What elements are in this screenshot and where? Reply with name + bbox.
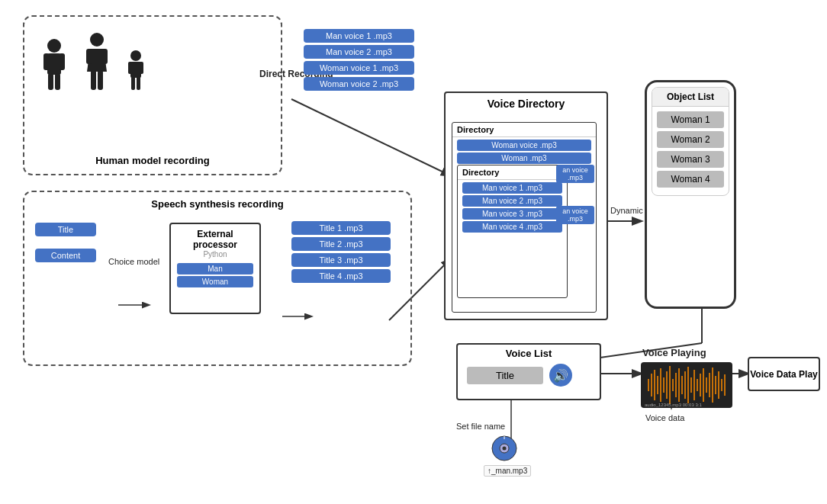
disc-icon [491,435,518,462]
svg-point-85 [503,447,507,451]
outer-directory: Directory Woman voice .mp3 Woman .mp3 Di… [452,122,597,313]
voice-data-play-box: Voice Data Play [748,357,820,391]
content-input[interactable]: Content [35,249,96,262]
recording-file-2: Man voice 2 .mp3 [304,45,414,59]
inner-dir-label: Directory [458,165,567,180]
svg-rect-15 [59,53,65,70]
outer-overlap-1: an voice .mp3 [556,165,594,183]
woman-option[interactable]: Woman [177,276,253,287]
output-file-4: Title 4 .mp3 [291,269,391,283]
human-model-label: Human model recording [24,155,281,166]
input-items: Title Content [35,223,96,265]
child-figure [125,49,146,93]
synthesis-outputs: Title 1 .mp3 Title 2 .mp3 Title 3 .mp3 T… [291,221,391,285]
outer-item-2: Woman .mp3 [457,152,591,164]
file-icon [491,435,518,465]
external-processor-box: External processor Python Man Woman [169,223,261,314]
inner-item-1: Man voice 1 .mp3 [462,182,562,194]
svg-rect-17 [55,73,60,90]
object-list-title: Object List [656,91,725,102]
object-item-4[interactable]: Woman 4 [657,171,724,188]
voice-directory-panel: Voice Directory Directory Woman voice .m… [444,91,608,320]
man-figure [40,38,69,93]
voice-directory-title: Voice Directory [446,93,607,113]
outer-overlap-items: an voice .mp3 an voice .mp3 [556,165,594,226]
processor-sublabel: Python [171,250,259,258]
voice-data-label: Voice data [645,413,684,422]
object-item-1[interactable]: Woman 1 [657,111,724,128]
file-name-label: ↑_man.mp3 [484,465,531,477]
voice-list-item[interactable]: Title [467,367,543,384]
svg-rect-29 [137,76,140,90]
recording-file-4: Woman voice 2 .mp3 [304,77,414,91]
svg-rect-23 [98,70,103,90]
outer-overlap-2: an voice .mp3 [556,206,594,224]
object-list-inner: Object List Woman 1 Woman 2 Woman 3 Woma… [652,87,729,196]
inner-dir-items: Man voice 1 .mp3 Man voice 2 .mp3 Man vo… [458,180,567,236]
processor-options: Man Woman [177,263,253,287]
object-item-2[interactable]: Woman 2 [657,131,724,148]
svg-rect-21 [101,49,108,64]
output-file-1: Title 1 .mp3 [291,221,391,235]
woman-figure [82,32,111,93]
svg-line-0 [291,99,450,175]
voice-list-title: Voice List [458,345,600,361]
outer-dir-items: Woman voice .mp3 Woman .mp3 [452,137,596,168]
svg-point-12 [47,39,61,53]
svg-rect-27 [139,62,143,74]
voice-data-play-label: Voice Data Play [750,369,818,380]
recording-file-1: Man voice 1 .mp3 [304,29,414,43]
waveform-svg: audio_12345.mp3 00:03 3:1 [641,362,732,408]
waveform-display: audio_12345.mp3 00:03 3:1 [641,362,732,408]
speech-synthesis-label: Speech synthesis recording [24,198,410,210]
object-list-header: Object List [652,88,729,107]
svg-rect-22 [91,70,96,90]
voice-playing-label: Voice Playing [642,347,706,358]
processor-label: External processor [171,224,259,250]
svg-rect-28 [131,76,135,90]
inner-directory: Directory Man voice 1 .mp3 Man voice 2 .… [457,165,568,298]
man-option[interactable]: Man [177,263,253,274]
svg-point-18 [90,33,104,47]
play-button[interactable]: 🔊 [549,364,572,387]
output-file-2: Title 2 .mp3 [291,237,391,251]
object-list-items: Woman 1 Woman 2 Woman 3 Woman 4 [652,107,729,195]
output-file-3: Title 3 .mp3 [291,253,391,267]
inner-item-2: Man voice 2 .mp3 [462,195,562,207]
choice-model-label: Choice model [108,257,159,266]
svg-text:audio_12345.mp3  00:03 3:1: audio_12345.mp3 00:03 3:1 [645,403,702,407]
speech-synthesis-box: Speech synthesis recording Title Content… [23,191,412,366]
svg-point-24 [130,50,141,61]
inner-item-4: Man voice 4 .mp3 [462,221,562,233]
outer-item-1: Woman voice .mp3 [457,140,591,151]
outer-dir-label: Directory [452,123,596,137]
inner-item-3: Man voice 3 .mp3 [462,208,562,220]
set-file-name-label: Set file name [456,422,505,431]
svg-rect-14 [43,53,50,70]
voice-list-panel: Voice List Title 🔊 [456,343,601,400]
svg-rect-20 [86,49,92,64]
title-input[interactable]: Title [35,223,96,236]
recording-files: Man voice 1 .mp3 Man voice 2 .mp3 Woman … [304,29,414,93]
voice-list-row: Title 🔊 [458,361,600,390]
human-figures [40,32,146,93]
object-list-panel: Object List Woman 1 Woman 2 Woman 3 Woma… [645,80,736,309]
recording-file-3: Woman voice 1 .mp3 [304,61,414,75]
human-model-box: Human model recording [23,15,282,175]
svg-rect-26 [128,62,133,74]
svg-rect-16 [48,73,53,90]
object-item-3[interactable]: Woman 3 [657,151,724,168]
